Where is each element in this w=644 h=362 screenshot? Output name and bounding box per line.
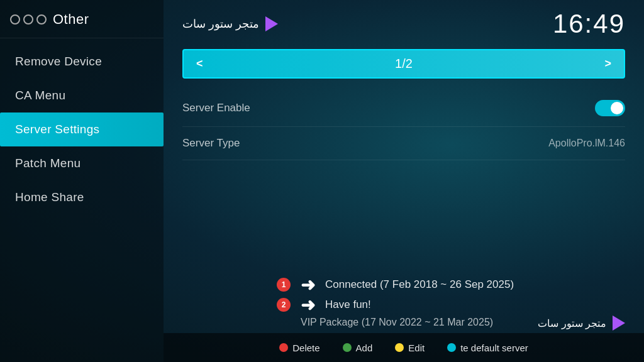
dot-delete — [279, 343, 288, 352]
sidebar-title: Other — [53, 11, 89, 28]
play-icon-bottom — [613, 315, 625, 331]
notif-badge-2: 2 — [277, 298, 291, 312]
store-label-top: متجر ستور سات — [182, 16, 278, 31]
app-layout: Other Remove Device CA Menu Server Setti… — [0, 0, 644, 362]
footer-label-delete: Delete — [292, 343, 319, 353]
sidebar-item-patch-menu[interactable]: Patch Menu — [0, 146, 164, 180]
sidebar-item-server-settings[interactable]: Server Settings — [0, 112, 164, 146]
notif-text-2: Have fun! — [325, 297, 371, 313]
notif-text-3: VIP Package (17 Nov 2022 ~ 21 Mar 2025) — [301, 317, 493, 328]
arrow-icon-2: ➜ — [301, 297, 315, 314]
pagination-bar: < 1/2 > — [182, 49, 625, 79]
sidebar-item-ca-menu[interactable]: CA Menu — [0, 79, 164, 112]
main-content: متجر ستور سات 16:49 < 1/2 > Server Enabl… — [164, 0, 644, 362]
sidebar-item-home-share[interactable]: Home Share — [0, 180, 164, 214]
sidebar: Other Remove Device CA Menu Server Setti… — [0, 0, 164, 362]
pagination-text: 1/2 — [216, 57, 592, 71]
footer-bar: Delete Add Edit te default server — [164, 333, 644, 362]
setting-row-server-enable: Server Enable — [182, 90, 625, 127]
arrow-icon-1: ➜ — [301, 277, 315, 294]
pagination-right[interactable]: > — [604, 57, 611, 70]
footer-item-delete: Delete — [279, 343, 319, 353]
footer-item-edit: Edit — [395, 343, 425, 353]
topbar: متجر ستور سات 16:49 — [164, 0, 644, 45]
notification-row-2: 2 ➜ Have fun! — [277, 297, 625, 314]
logo-dot-1 — [10, 14, 20, 25]
play-icon-top — [265, 16, 278, 31]
server-type-label: Server Type — [182, 137, 240, 150]
clock: 16:49 — [553, 9, 625, 39]
dot-add — [343, 343, 352, 352]
store-name-top: متجر ستور سات — [182, 17, 259, 31]
logo-dot-2 — [23, 14, 33, 25]
footer-label-add: Add — [356, 343, 373, 353]
dot-default-server — [447, 343, 456, 352]
dot-edit — [395, 343, 404, 352]
logo-dot-3 — [36, 14, 47, 25]
footer-item-add: Add — [343, 343, 373, 353]
sidebar-header: Other — [0, 0, 164, 38]
footer-label-default-server: te default server — [460, 343, 528, 353]
settings-area: Server Enable Server Type ApolloPro.lM.1… — [164, 79, 644, 160]
store-name-bottom: متجر ستور سات — [538, 317, 606, 329]
notification-row-1: 1 ➜ Connected (7 Feb 2018 ~ 26 Sep 2025) — [277, 277, 625, 294]
footer-label-edit: Edit — [408, 343, 425, 353]
sidebar-menu: Remove Device CA Menu Server Settings Pa… — [0, 38, 164, 214]
logo-dots — [10, 14, 47, 25]
footer-item-default-server: te default server — [447, 343, 528, 353]
server-enable-label: Server Enable — [182, 102, 250, 114]
bottom-store: متجر ستور سات — [538, 315, 625, 331]
server-enable-toggle[interactable] — [595, 100, 625, 116]
server-type-value: ApolloPro.lM.146 — [548, 138, 625, 149]
notif-badge-1: 1 — [277, 278, 291, 292]
sidebar-item-remove-device[interactable]: Remove Device — [0, 45, 164, 79]
pagination-left[interactable]: < — [196, 57, 203, 70]
notif-text-1: Connected (7 Feb 2018 ~ 26 Sep 2025) — [325, 277, 514, 293]
setting-row-server-type: Server Type ApolloPro.lM.146 — [182, 127, 625, 160]
